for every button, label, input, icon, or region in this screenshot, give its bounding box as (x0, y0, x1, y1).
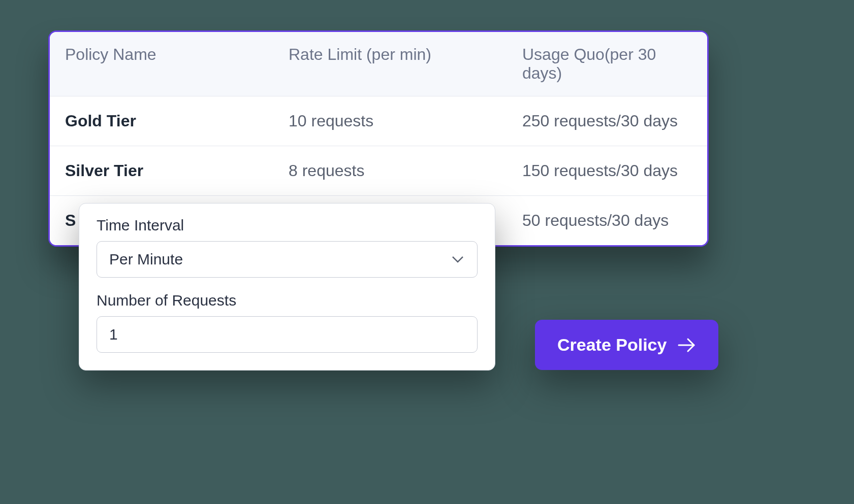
table-row[interactable]: Gold Tier 10 requests 250 requests/30 da… (50, 96, 707, 146)
time-interval-select[interactable]: Per Minute (97, 241, 478, 278)
header-usage-quota: Usage Quo(per 30 days) (522, 45, 692, 83)
num-requests-label: Number of Requests (97, 292, 478, 309)
time-interval-value: Per Minute (109, 251, 183, 268)
header-rate-limit: Rate Limit (per min) (289, 45, 522, 83)
cell-policy-name: Silver Tier (65, 161, 289, 180)
chevron-down-icon (451, 252, 465, 266)
cell-rate-limit: 10 requests (289, 112, 522, 130)
table-row[interactable]: Silver Tier 8 requests 150 requests/30 d… (50, 146, 707, 196)
time-interval-label: Time Interval (97, 217, 478, 234)
create-policy-label: Create Policy (557, 335, 667, 355)
create-policy-button[interactable]: Create Policy (535, 320, 718, 370)
policy-form-popup: Time Interval Per Minute Number of Reque… (79, 203, 495, 371)
cell-rate-limit: 8 requests (289, 161, 522, 180)
cell-usage-quota: 50 requests/30 days (522, 211, 692, 230)
header-policy-name: Policy Name (65, 45, 289, 83)
cell-policy-name: Gold Tier (65, 112, 289, 130)
cell-usage-quota: 150 requests/30 days (522, 161, 692, 180)
num-requests-value: 1 (109, 326, 118, 343)
cell-usage-quota: 250 requests/30 days (522, 112, 692, 130)
arrow-right-icon (678, 336, 696, 354)
num-requests-input[interactable]: 1 (97, 316, 478, 353)
table-header-row: Policy Name Rate Limit (per min) Usage Q… (50, 32, 707, 96)
